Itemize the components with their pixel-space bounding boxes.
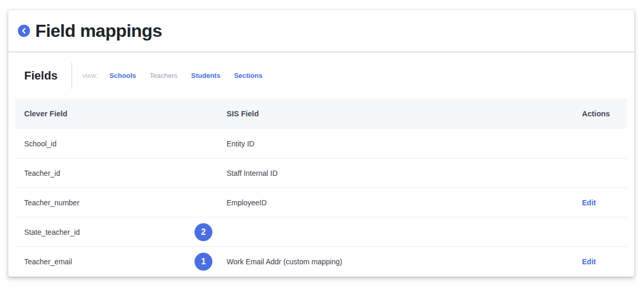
actions-cell: Edit	[582, 198, 627, 207]
table-header-row: Clever Field SIS Field Actions	[15, 98, 627, 129]
sis-field-value: Staff Internal ID	[227, 169, 278, 177]
step-badge: 1	[195, 253, 212, 271]
sis-field-value: EmployeeID	[227, 198, 267, 207]
back-button[interactable]	[18, 25, 30, 37]
section-heading: Fields	[24, 69, 58, 83]
sis-field-cell: EmployeeID	[227, 198, 582, 207]
view-label: view:	[83, 72, 98, 80]
column-header-actions: Actions	[582, 110, 627, 118]
page-title: Field mappings	[35, 21, 162, 41]
sis-field-cell: Entity ID	[227, 140, 582, 148]
table-row: State_teacher_id 2	[15, 217, 627, 247]
column-header-clever-field: Clever Field	[24, 110, 227, 118]
sis-field-cell: Staff Internal ID	[227, 169, 582, 177]
view-tab-teachers: Teachers	[150, 72, 178, 80]
sis-field-cell: 1 Work Email Addr (custom mapping)	[227, 257, 582, 266]
view-tab-students[interactable]: Students	[191, 72, 221, 80]
table-row: Teacher_id Staff Internal ID	[15, 158, 627, 188]
edit-link[interactable]: Edit	[582, 198, 596, 207]
table-row: Teacher_number EmployeeID Edit	[15, 188, 627, 217]
view-tab-sections[interactable]: Sections	[234, 72, 262, 80]
sis-field-value: Entity ID	[227, 140, 254, 148]
page-header: Field mappings	[8, 10, 634, 51]
fields-toolbar: Fields view: Schools Teachers Students S…	[8, 53, 634, 98]
clever-field-cell: School_id	[24, 140, 227, 148]
clever-field-cell: Teacher_id	[24, 169, 227, 177]
field-mappings-panel: Field mappings Fields view: Schools Teac…	[8, 9, 635, 277]
table-row: Teacher_email 1 Work Email Addr (custom …	[15, 247, 627, 276]
field-mappings-table: Clever Field SIS Field Actions School_id…	[15, 98, 627, 276]
sis-field-value: Work Email Addr (custom mapping)	[227, 257, 342, 266]
actions-cell: Edit	[582, 257, 627, 266]
column-header-sis-field: SIS Field	[227, 110, 582, 118]
vertical-divider	[71, 63, 72, 89]
table-body: School_id Entity ID Teacher_id Staff Int…	[15, 129, 627, 276]
chevron-left-icon	[21, 28, 27, 34]
view-tabs: Schools Teachers Students Sections	[109, 72, 262, 80]
view-tab-schools[interactable]: Schools	[109, 72, 136, 80]
table-row: School_id Entity ID	[15, 129, 627, 158]
edit-link[interactable]: Edit	[582, 257, 596, 266]
clever-field-cell: Teacher_number	[24, 198, 227, 207]
step-badge: 2	[195, 223, 212, 241]
